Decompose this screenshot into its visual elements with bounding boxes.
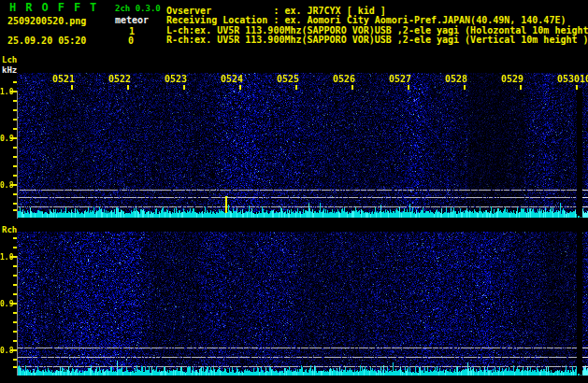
meteor-count-rch: 0 xyxy=(128,36,134,46)
rch-receiver-info-line: R-ch:ex. UV5R 113.900Mhz(SAPPORO VOR)USB… xyxy=(166,35,588,45)
hrofft-output-screen: HROFFT 2ch 0.3.0 2509200520.png meteor 1… xyxy=(0,0,588,383)
time-label: 0522 xyxy=(108,75,131,84)
lch-spectrogram-canvas xyxy=(17,73,588,221)
time-tick xyxy=(71,85,73,90)
location-info-line: Receiving Location : ex. Aomori City Aom… xyxy=(166,16,566,25)
time-label: 0530 xyxy=(557,75,580,84)
time-label: 0526 xyxy=(333,75,355,84)
output-filename: 2509200520.png xyxy=(7,17,86,26)
app-version: 2ch 0.3.0 xyxy=(115,4,161,13)
time-tick xyxy=(408,85,409,90)
time-tick xyxy=(239,85,241,90)
freq-major-tick xyxy=(10,184,17,186)
freq-minor-tick xyxy=(13,237,17,239)
rch-spectrogram-canvas xyxy=(17,232,588,377)
time-label: 0523 xyxy=(165,75,187,84)
freq-major-tick xyxy=(10,303,17,305)
time-tick xyxy=(183,85,185,90)
panel-axis-line xyxy=(17,91,18,219)
freq-minor-tick xyxy=(13,247,17,248)
time-tick xyxy=(351,85,353,90)
time-tick xyxy=(295,85,297,90)
time-label: 0524 xyxy=(221,75,243,84)
time-label-partial: 10 xyxy=(580,75,588,84)
observation-datetime: 25.09.20 05:20 xyxy=(7,36,86,46)
time-label: 0527 xyxy=(389,75,411,84)
time-tick xyxy=(576,85,578,90)
freq-major-tick xyxy=(10,137,17,139)
meteor-counter-label: meteor xyxy=(115,16,149,25)
panel-axis-line xyxy=(17,256,18,376)
time-label: 0528 xyxy=(445,75,467,84)
freq-minor-tick xyxy=(13,81,17,83)
rch-channel-label: Rch xyxy=(2,225,17,234)
time-label: 0529 xyxy=(501,75,523,84)
frequency-unit-label: kHz xyxy=(2,65,17,75)
freq-major-tick xyxy=(10,91,17,92)
time-label: 0521 xyxy=(52,75,75,84)
time-label: 0525 xyxy=(277,75,299,84)
app-title: HROFFT xyxy=(9,2,106,13)
freq-major-tick xyxy=(10,349,17,351)
time-tick xyxy=(127,85,129,90)
freq-major-tick xyxy=(10,256,17,258)
time-tick xyxy=(464,85,466,90)
lch-channel-label: Lch xyxy=(2,55,17,64)
time-tick xyxy=(520,85,522,90)
